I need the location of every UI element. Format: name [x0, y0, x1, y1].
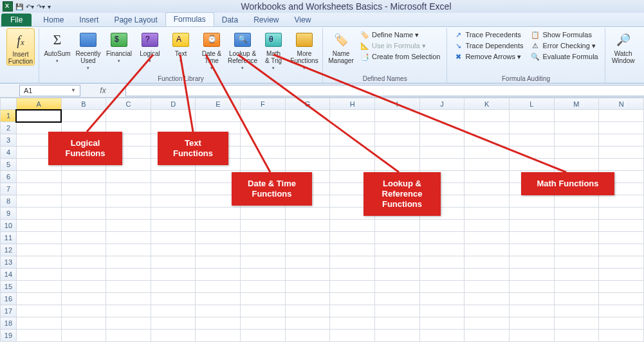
create-from-selection-button[interactable]: 📑Create from Selection — [358, 51, 443, 62]
math-trig-button[interactable]: θMath & Trig — [259, 28, 288, 71]
cell[interactable] — [16, 305, 61, 317]
cell[interactable] — [419, 317, 465, 330]
col-header[interactable]: N — [599, 98, 644, 110]
cell[interactable] — [61, 183, 106, 195]
row-header[interactable]: 1 — [1, 110, 17, 122]
cell[interactable] — [61, 208, 106, 220]
cell[interactable] — [509, 110, 554, 122]
cell[interactable] — [375, 293, 420, 305]
cell[interactable] — [509, 269, 554, 281]
cell[interactable] — [61, 220, 106, 232]
cell[interactable] — [330, 171, 375, 183]
cell[interactable] — [554, 305, 599, 317]
redo-icon[interactable]: ↷▾ — [37, 3, 45, 10]
cell[interactable] — [285, 269, 330, 281]
cell[interactable] — [151, 208, 196, 220]
cell[interactable] — [465, 305, 510, 317]
cell[interactable] — [419, 171, 465, 183]
cell[interactable] — [599, 232, 644, 244]
cell[interactable] — [151, 195, 196, 208]
cell[interactable] — [465, 244, 510, 256]
row-header[interactable]: 8 — [1, 195, 17, 208]
cell[interactable] — [285, 244, 330, 256]
cell[interactable] — [599, 134, 644, 146]
cell[interactable] — [106, 195, 151, 208]
cell[interactable] — [151, 330, 196, 342]
cell[interactable] — [196, 146, 241, 159]
cell[interactable] — [330, 317, 375, 330]
cell[interactable] — [241, 256, 286, 269]
cell[interactable] — [419, 281, 465, 293]
text-button[interactable]: AText — [167, 28, 195, 64]
cell[interactable] — [241, 269, 286, 281]
tab-home[interactable]: Home — [35, 13, 71, 26]
cell[interactable] — [61, 305, 106, 317]
cell[interactable] — [465, 134, 510, 146]
more-functions-button[interactable]: More Functions — [290, 28, 318, 71]
row-header[interactable]: 6 — [1, 171, 17, 183]
cell[interactable] — [285, 122, 330, 134]
undo-icon[interactable]: ↶▾ — [26, 3, 34, 10]
cell[interactable] — [419, 220, 465, 232]
cell[interactable] — [465, 281, 510, 293]
cell[interactable] — [16, 244, 61, 256]
cell[interactable] — [599, 293, 644, 305]
cell[interactable] — [61, 330, 106, 342]
cell[interactable] — [465, 146, 510, 159]
cell[interactable] — [375, 208, 420, 220]
cell[interactable] — [554, 269, 599, 281]
cell[interactable] — [599, 208, 644, 220]
cell[interactable] — [106, 134, 151, 146]
cell[interactable] — [61, 134, 106, 146]
cell[interactable] — [465, 317, 510, 330]
cell[interactable] — [599, 305, 644, 317]
cell[interactable] — [285, 317, 330, 330]
cell[interactable] — [599, 269, 644, 281]
cell[interactable] — [599, 330, 644, 342]
cell[interactable] — [16, 195, 61, 208]
cell[interactable] — [554, 317, 599, 330]
cell[interactable] — [61, 122, 106, 134]
cell[interactable] — [375, 220, 420, 232]
cell[interactable] — [419, 159, 465, 171]
cell[interactable] — [285, 305, 330, 317]
cell[interactable] — [151, 269, 196, 281]
cell[interactable] — [419, 208, 465, 220]
evaluate-formula-button[interactable]: 🔍Evaluate Formula — [528, 51, 600, 62]
cell[interactable] — [241, 220, 286, 232]
cell[interactable] — [330, 269, 375, 281]
cell[interactable] — [509, 146, 554, 159]
cell[interactable] — [196, 317, 241, 330]
cell[interactable] — [106, 183, 151, 195]
cell[interactable] — [375, 146, 420, 159]
cell[interactable] — [16, 317, 61, 330]
cell[interactable] — [61, 269, 106, 281]
cell[interactable] — [554, 122, 599, 134]
watch-window-button[interactable]: 🔎 Watch Window — [609, 28, 638, 64]
cell[interactable] — [106, 330, 151, 342]
cell[interactable] — [196, 220, 241, 232]
cell[interactable] — [419, 122, 465, 134]
cell[interactable] — [465, 220, 510, 232]
cell[interactable] — [151, 293, 196, 305]
cell[interactable] — [285, 256, 330, 269]
cell[interactable] — [330, 244, 375, 256]
tab-file[interactable]: File — [1, 13, 32, 26]
cell[interactable] — [554, 195, 599, 208]
cell[interactable] — [375, 134, 420, 146]
cell[interactable] — [509, 281, 554, 293]
row-header[interactable]: 10 — [1, 220, 17, 232]
cell[interactable] — [196, 232, 241, 244]
row-header[interactable]: 18 — [1, 317, 17, 330]
col-header[interactable]: G — [285, 98, 330, 110]
cell[interactable] — [151, 256, 196, 269]
cell[interactable] — [241, 244, 286, 256]
cell[interactable] — [151, 244, 196, 256]
row-header[interactable]: 11 — [1, 232, 17, 244]
cell[interactable] — [509, 232, 554, 244]
cell[interactable] — [599, 256, 644, 269]
cell[interactable] — [465, 122, 510, 134]
col-header[interactable]: H — [330, 98, 375, 110]
cell[interactable] — [554, 244, 599, 256]
row-header[interactable]: 12 — [1, 244, 17, 256]
